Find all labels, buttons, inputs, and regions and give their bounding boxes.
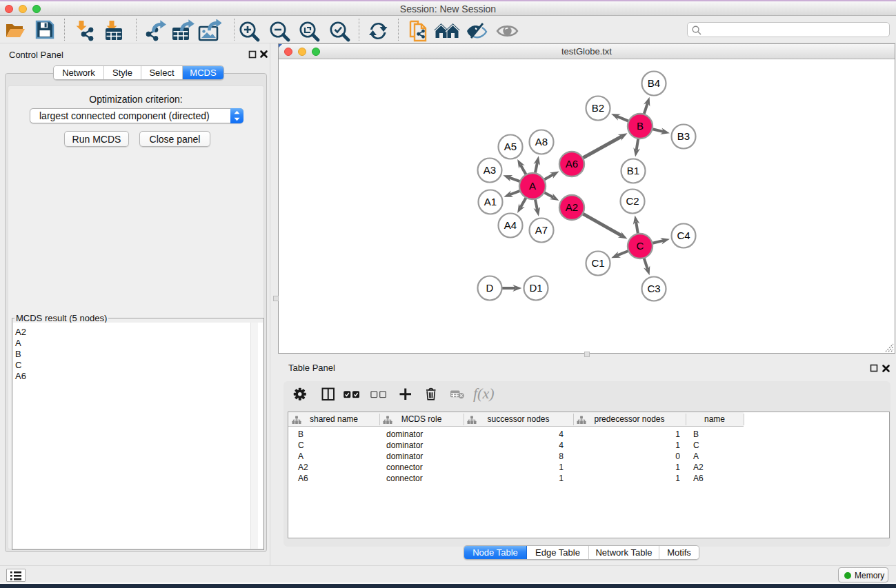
svg-text:A3: A3 bbox=[484, 164, 496, 176]
svg-text:A4: A4 bbox=[504, 219, 517, 231]
svg-text:A5: A5 bbox=[504, 141, 517, 152]
svg-text:D1: D1 bbox=[529, 282, 542, 294]
svg-text:B4: B4 bbox=[648, 77, 660, 89]
svg-text:A2: A2 bbox=[566, 201, 578, 213]
svg-text:A7: A7 bbox=[535, 224, 548, 236]
svg-text:D: D bbox=[486, 282, 494, 294]
svg-text:B3: B3 bbox=[677, 130, 690, 142]
svg-text:A8: A8 bbox=[535, 136, 548, 148]
svg-text:C1: C1 bbox=[591, 257, 604, 269]
svg-text:B: B bbox=[637, 120, 644, 132]
svg-text:C: C bbox=[637, 240, 644, 252]
svg-text:B1: B1 bbox=[627, 165, 639, 176]
svg-text:A: A bbox=[529, 180, 536, 192]
svg-text:C2: C2 bbox=[626, 195, 639, 207]
svg-text:A1: A1 bbox=[484, 196, 497, 207]
svg-text:B2: B2 bbox=[592, 102, 604, 114]
svg-text:C3: C3 bbox=[647, 283, 660, 294]
svg-text:C4: C4 bbox=[677, 230, 690, 241]
svg-text:A6: A6 bbox=[566, 158, 578, 170]
